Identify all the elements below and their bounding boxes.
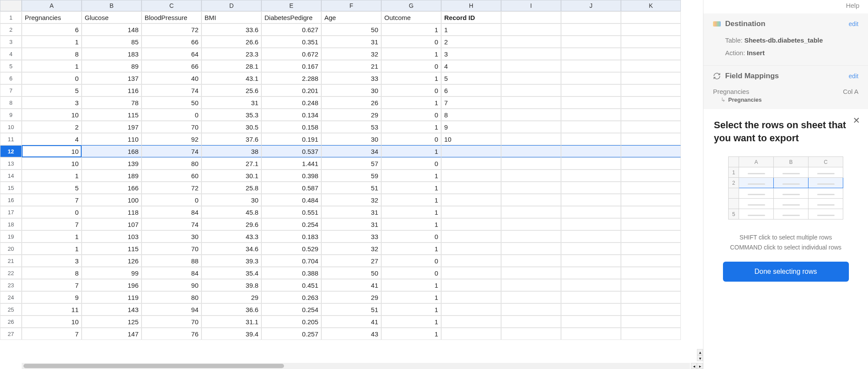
cell[interactable] [621,96,681,109]
cell[interactable] [501,316,561,328]
cell[interactable]: 3 [22,96,82,109]
row-header[interactable]: 5 [0,60,22,72]
done-selecting-button[interactable]: Done selecting rows [723,262,849,282]
cell[interactable]: 32 [321,48,381,60]
cell[interactable] [441,328,501,340]
cell[interactable] [441,182,501,194]
cell[interactable]: Record ID [441,11,501,23]
cell[interactable]: 1 [381,316,441,328]
cell[interactable] [501,11,561,23]
cell[interactable]: 45.8 [201,206,261,218]
cell[interactable] [441,230,501,243]
column-header[interactable]: I [501,0,561,11]
row-header[interactable]: 20 [0,243,22,255]
cell[interactable]: 0 [381,60,441,72]
cell[interactable]: 0.167 [261,60,321,72]
cell[interactable]: 85 [82,36,142,48]
cell[interactable]: Pregnancies [22,11,82,23]
cell[interactable]: 6 [441,84,501,96]
cell[interactable]: 0 [381,84,441,96]
column-header[interactable]: H [441,0,501,11]
row-header[interactable]: 2 [0,23,22,36]
cell[interactable]: 53 [321,121,381,133]
cell[interactable]: 72 [142,23,201,36]
column-header[interactable]: F [321,0,381,11]
cell[interactable] [621,291,681,303]
cell[interactable]: 29 [321,109,381,121]
row-header[interactable]: 26 [0,316,22,328]
cell[interactable]: 0 [142,194,201,206]
cell[interactable]: 6 [22,23,82,36]
cell[interactable] [621,182,681,194]
cell[interactable] [501,230,561,243]
cell[interactable]: 7 [22,279,82,291]
cell[interactable] [621,218,681,230]
cell[interactable]: 116 [82,84,142,96]
cell[interactable]: 28.1 [201,60,261,72]
cell[interactable]: 2.288 [261,72,321,84]
cell[interactable] [561,170,621,182]
cell[interactable]: 0 [142,109,201,121]
spreadsheet-area[interactable]: ABCDEFGHIJK1PregnanciesGlucoseBloodPress… [0,0,703,369]
cell[interactable]: 41 [321,316,381,328]
cell[interactable] [561,279,621,291]
row-header[interactable]: 25 [0,303,22,316]
cell[interactable]: 0 [22,206,82,218]
cell[interactable] [561,84,621,96]
cell[interactable]: Age [321,11,381,23]
cell[interactable]: 80 [142,291,201,303]
row-header[interactable]: 22 [0,267,22,279]
cell[interactable] [621,121,681,133]
cell[interactable] [561,303,621,316]
cell[interactable]: 92 [142,133,201,145]
cell[interactable]: 0.254 [261,218,321,230]
scroll-up-icon[interactable]: ▴ [697,349,703,355]
cell[interactable]: 126 [82,255,142,267]
cell[interactable]: 31 [201,96,261,109]
cell[interactable] [501,303,561,316]
cell[interactable] [561,194,621,206]
cell[interactable]: 1 [381,194,441,206]
cell[interactable]: 10 [441,133,501,145]
row-header[interactable]: 21 [0,255,22,267]
cell[interactable]: 1 [381,206,441,218]
cell[interactable] [501,194,561,206]
cell[interactable]: 7 [441,96,501,109]
cell[interactable]: 57 [321,157,381,170]
cell[interactable]: 31.1 [201,316,261,328]
cell[interactable]: 43 [321,328,381,340]
cell[interactable]: 0 [381,36,441,48]
cell[interactable] [441,145,501,157]
cell[interactable] [621,328,681,340]
cell[interactable]: 0.704 [261,255,321,267]
cell[interactable]: 59 [321,170,381,182]
cell[interactable] [561,96,621,109]
cell[interactable]: 0 [381,267,441,279]
cell[interactable]: 32 [321,243,381,255]
cell[interactable]: 7 [22,194,82,206]
cell[interactable] [501,145,561,157]
cell[interactable]: 9 [22,291,82,303]
cell[interactable]: 1 [381,279,441,291]
column-header[interactable]: K [621,0,681,11]
cell[interactable] [621,255,681,267]
cell[interactable]: 30 [201,194,261,206]
cell[interactable] [441,170,501,182]
column-header[interactable]: A [22,0,82,11]
cell[interactable]: Outcome [381,11,441,23]
cell[interactable]: 51 [321,182,381,194]
cell[interactable]: 31 [321,206,381,218]
scroll-down-icon[interactable]: ▾ [697,355,703,361]
cell[interactable]: 0.587 [261,182,321,194]
column-header[interactable]: D [201,0,261,11]
cell[interactable]: 10 [22,157,82,170]
cell[interactable] [441,255,501,267]
cell[interactable] [561,267,621,279]
cell[interactable]: 1 [22,170,82,182]
cell[interactable] [501,109,561,121]
cell[interactable]: 0 [381,230,441,243]
row-header[interactable]: 27 [0,328,22,340]
cell[interactable] [561,230,621,243]
cell[interactable]: 4 [22,133,82,145]
row-header[interactable]: 8 [0,96,22,109]
